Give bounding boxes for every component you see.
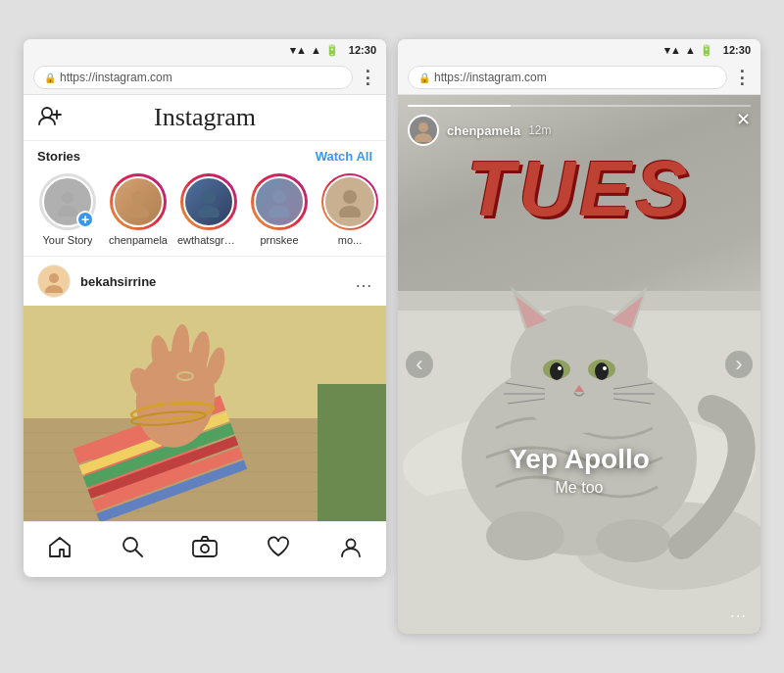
camera-nav-button[interactable] [182,532,227,567]
story-top-bar: chenpamela 12m [398,95,760,150]
svg-rect-42 [193,541,217,556]
svg-point-61 [603,366,607,370]
watch-all-button[interactable]: Watch All [316,149,372,164]
story-username: chenpamela [447,123,520,138]
story-user-avatar [408,115,439,146]
url-input-left[interactable]: 🔒 https://instagram.com [33,66,353,89]
post-options-button[interactable]: … [355,271,372,292]
profile-nav-button[interactable] [330,532,371,567]
your-story-avatar-wrap: + [39,173,96,230]
instagram-header: Instagram [24,95,386,141]
story-label-more: mo... [338,234,362,246]
bottom-nav [24,521,386,577]
svg-point-0 [42,108,52,118]
story-item-prnskee[interactable]: prnskee [249,173,310,246]
post-avatar [37,264,71,298]
status-bar-right: ▾▲ ▲ 🔋 12:30 [398,39,760,61]
story-more-wrap [321,173,378,230]
story-progress-bar [408,105,751,107]
post-image-svg [24,306,386,521]
svg-point-60 [558,366,562,370]
url-text-left: https://instagram.com [60,71,172,84]
story-tues-text: TUES [398,144,760,234]
story-avatar-wrap-2 [180,173,237,230]
add-person-button[interactable] [37,105,63,131]
wifi-icon-right: ▲ [685,44,696,56]
svg-line-41 [135,550,142,556]
story-next-button[interactable]: › [725,351,753,378]
svg-point-6 [127,206,149,217]
svg-point-14 [45,285,63,293]
url-bar-left: 🔒 https://instagram.com ⋮ [24,61,386,95]
story-prev-button[interactable]: ‹ [406,351,433,378]
battery-icon-right: 🔋 [700,44,713,57]
svg-point-10 [269,206,290,217]
svg-rect-23 [318,384,386,521]
svg-point-71 [418,122,428,132]
story-caption-main: Yep Apollo [398,444,760,475]
signal-icon: ▾▲ [290,44,307,57]
stories-title: Stories [37,149,80,164]
status-bar-left: ▾▲ ▲ 🔋 12:30 [24,39,386,61]
story-item-ewthatsgross[interactable]: ewthatsgross [178,173,239,246]
story-label-2: ewthatsgross [177,234,240,246]
search-nav-button[interactable] [112,532,153,567]
wifi-icon: ▲ [311,44,321,56]
post-username: bekahsirrine [80,274,345,289]
lock-icon: 🔒 [44,72,56,83]
svg-point-4 [58,206,77,216]
status-time-right: 12:30 [723,44,751,56]
story-item-chenpamela[interactable]: chenpamela [108,173,169,246]
status-time: 12:30 [349,44,376,56]
post-header: bekahsirrine … [24,256,386,306]
svg-point-13 [49,273,59,283]
svg-point-69 [486,511,564,560]
svg-point-12 [339,206,361,217]
instagram-logo: Instagram [154,103,256,132]
story-fullscreen: TUES Yep Apollo Me too chenpamela 12m [398,95,760,634]
svg-point-59 [595,362,609,380]
story-user-row: chenpamela 12m [408,115,751,146]
home-nav-button[interactable] [38,532,81,567]
stories-header: Stories Watch All [24,141,386,168]
story-avatar-wrap-3 [251,173,308,230]
story-more-gradient [321,173,378,230]
svg-point-7 [202,190,216,204]
svg-point-72 [415,133,432,142]
signal-icon-right: ▾▲ [664,44,681,57]
stories-row: + Your Story chenpamela [24,168,386,256]
story-bottom-options[interactable]: … [729,601,747,622]
story-label-1: chenpamela [109,234,168,246]
add-story-button[interactable]: + [76,211,94,228]
right-phone: ▾▲ ▲ 🔋 12:30 🔒 https://instagram.com ⋮ [398,39,760,634]
url-input-right[interactable]: 🔒 https://instagram.com [408,66,727,89]
story-caption: Yep Apollo Me too [398,444,760,497]
post-image [24,306,386,521]
story-item-more[interactable]: mo... [319,173,380,246]
story-avatar-wrap-1 [110,173,167,230]
story-close-button[interactable]: ✕ [736,109,751,130]
svg-point-43 [201,545,209,553]
left-phone: ▾▲ ▲ 🔋 12:30 🔒 https://instagram.com ⋮ [24,39,386,577]
story-label-3: prnskee [260,234,298,246]
status-icons-right: ▾▲ ▲ 🔋 12:30 [664,44,751,57]
more-options-left[interactable]: ⋮ [359,67,376,88]
svg-point-3 [62,192,74,204]
svg-point-5 [131,191,145,205]
svg-point-8 [198,206,220,217]
svg-point-44 [346,540,355,549]
story-item-your-story[interactable]: + Your Story [37,173,98,246]
battery-icon: 🔋 [325,44,339,57]
story-caption-sub: Me too [398,479,760,497]
heart-nav-button[interactable] [257,532,300,567]
status-icons: ▾▲ ▲ 🔋 12:30 [290,44,376,57]
story-progress-fill [408,105,511,107]
svg-point-70 [596,519,670,562]
story-avatar-1 [113,176,164,227]
lock-icon-right: 🔒 [418,72,430,83]
svg-point-11 [343,190,357,204]
url-bar-right: 🔒 https://instagram.com ⋮ [398,61,760,95]
url-text-right: https://instagram.com [434,71,547,84]
story-avatar-2 [183,176,234,227]
more-options-right[interactable]: ⋮ [733,67,751,88]
